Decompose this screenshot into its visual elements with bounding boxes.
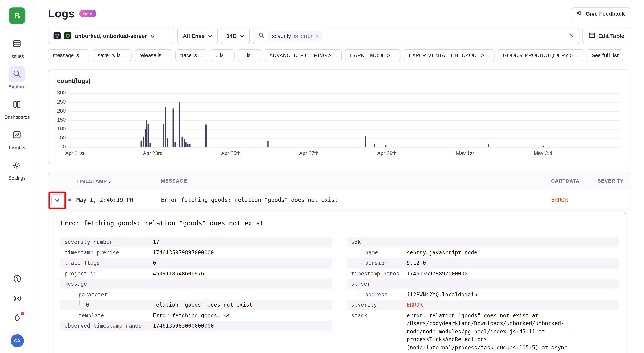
log-row[interactable]: May 1, 2:46:19 PM Error fetching goods: … xyxy=(48,190,630,210)
x-axis-tick: Apr 23rd xyxy=(143,150,163,156)
filter-chip[interactable]: trace is ... xyxy=(176,49,208,61)
detail-row: observed_timestamp_nanos1746135983000000… xyxy=(60,320,332,331)
sidebar-item-dashboards[interactable]: Dashboards xyxy=(4,96,30,120)
gridline xyxy=(68,111,620,112)
x-axis-tick: Apr 27th xyxy=(299,150,318,156)
chart-bar xyxy=(163,124,164,147)
detail-value: error: relation "goods" does not exist a… xyxy=(406,311,618,351)
app-window: B Issues Explore Dashboards xyxy=(0,0,644,353)
detail-key: server xyxy=(347,280,406,288)
tree-connector xyxy=(72,310,76,316)
token-value: error xyxy=(301,33,312,39)
filter-chip[interactable]: release is ... xyxy=(134,49,172,61)
log-detail-title: Error fetching goods: relation "goods" d… xyxy=(60,219,618,228)
detail-row: parameter xyxy=(60,289,332,300)
project-platform-icon-1 xyxy=(53,32,61,40)
filter-chip[interactable]: DARK__MODE > ... xyxy=(345,49,400,61)
broadcast-icon[interactable] xyxy=(12,293,22,304)
table-header-row: TIMESTAMP↓ MESSAGE CARTDATA SEVERITY xyxy=(48,172,630,190)
detail-right-column: sdknamesentry.javascript.nodeversion9.12… xyxy=(347,237,618,353)
column-header-severity[interactable]: SEVERITY xyxy=(597,178,622,184)
chart-bar xyxy=(267,141,269,147)
main-content: Logs beta Give Feedback unborked, unbork… xyxy=(34,0,644,353)
give-feedback-button[interactable]: Give Feedback xyxy=(571,7,630,20)
column-header-timestamp[interactable]: TIMESTAMP↓ xyxy=(76,178,160,184)
user-avatar[interactable]: CA xyxy=(10,334,24,347)
edit-table-button[interactable]: Edit Table xyxy=(582,28,630,44)
filter-chip[interactable]: message is ... xyxy=(48,49,90,61)
column-header-message[interactable]: MESSAGE xyxy=(160,178,550,184)
megaphone-icon xyxy=(576,10,583,17)
sidebar-item-label: Issues xyxy=(10,54,24,59)
detail-value: ERROR xyxy=(406,301,618,309)
tree-connector xyxy=(358,289,363,295)
chart-bar xyxy=(167,138,168,147)
detail-key: name xyxy=(347,248,406,257)
chart-bar xyxy=(150,143,151,147)
y-axis-tick: 0 xyxy=(49,144,66,150)
log-message: Error fetching goods: relation "goods" d… xyxy=(160,196,550,203)
token-key: severity xyxy=(272,33,291,39)
filter-chip[interactable]: ADVANCED_FILTERING > ... xyxy=(264,49,342,61)
environment-selector[interactable]: All Envs xyxy=(178,28,218,44)
filter-token[interactable]: severity is error × xyxy=(268,31,322,41)
gridline xyxy=(68,147,620,147)
org-logo[interactable]: B xyxy=(9,7,25,24)
annotation-highlight-box xyxy=(48,192,66,209)
x-axis-tick: May 3rd xyxy=(534,150,552,156)
detail-value: relation "goods" does not exist xyxy=(153,301,332,309)
detail-key: timestamp_precise xyxy=(60,248,152,257)
detail-row: timestamp_nanos1746135979897000000 xyxy=(347,268,618,279)
x-axis-tick: Apr 21st xyxy=(65,150,84,156)
search-icon xyxy=(258,32,264,40)
detail-row: trace_flags0 xyxy=(60,258,332,268)
filter-chip[interactable]: GOODS_PRODUCTQUERY > ... xyxy=(498,49,583,61)
detail-value: 9.12.0 xyxy=(406,259,618,267)
token-remove-icon[interactable]: × xyxy=(316,33,318,39)
detail-row: severity_number17 xyxy=(60,237,332,247)
detail-row: templateError fetching goods: %s xyxy=(60,310,332,321)
sidebar: B Issues Explore Dashboards xyxy=(0,0,34,353)
detail-value: 1746135979897000000 xyxy=(406,269,618,278)
date-range-label: 14D xyxy=(226,33,237,39)
clear-search-icon[interactable]: ✕ xyxy=(569,33,574,39)
column-header-cartdata[interactable]: CARTDATA xyxy=(550,178,597,184)
environment-selector-label: All Envs xyxy=(183,33,204,39)
filter-chip[interactable]: severity is ... xyxy=(93,49,131,61)
detail-key: address xyxy=(347,290,406,298)
sidebar-item-issues[interactable]: Issues xyxy=(9,35,25,59)
filter-chip[interactable]: EXPERIMENTAL_CHECKOUT > ... xyxy=(404,49,494,61)
help-icon[interactable] xyxy=(12,273,22,284)
filter-bar: unborked, unborked-server All Envs 14D s… xyxy=(48,28,630,44)
detail-key: template xyxy=(60,311,152,319)
filter-chip[interactable]: 0 is ... xyxy=(211,49,234,61)
chart-bar xyxy=(186,142,187,147)
date-range-selector[interactable]: 14D xyxy=(221,28,250,44)
chart-bar xyxy=(205,125,206,147)
search-input[interactable]: severity is error × ✕ xyxy=(253,28,579,44)
detail-value: 17 xyxy=(153,238,332,246)
sidebar-item-label: Settings xyxy=(8,176,26,180)
give-feedback-label: Give Feedback xyxy=(586,11,625,17)
whats-new-flame-icon[interactable] xyxy=(12,313,22,323)
issues-icon xyxy=(9,35,25,52)
chart-bar xyxy=(488,144,489,147)
expand-row-button[interactable] xyxy=(51,194,63,206)
log-timestamp: May 1, 2:46:19 PM xyxy=(76,196,160,203)
detail-value: 0 xyxy=(153,259,332,267)
filter-chip[interactable]: 1 is ... xyxy=(238,49,261,61)
detail-value: 1746135979897000000 xyxy=(153,248,332,257)
chart-bar xyxy=(165,107,166,147)
see-full-list-chip[interactable]: See full list xyxy=(587,49,624,61)
table-grid-icon xyxy=(589,32,596,40)
sidebar-item-insights[interactable]: Insights xyxy=(9,127,25,150)
detail-key: severity xyxy=(347,301,406,309)
detail-left-column: severity_number17timestamp_precise174613… xyxy=(60,237,332,331)
sidebar-item-explore[interactable]: Explore xyxy=(8,66,26,89)
project-selector[interactable]: unborked, unborked-server xyxy=(48,28,174,44)
detail-key: sdk xyxy=(347,238,406,246)
chart-bar xyxy=(148,124,149,147)
search-icon xyxy=(9,66,25,82)
detail-row: sdk xyxy=(347,237,618,247)
sidebar-item-settings[interactable]: Settings xyxy=(8,157,26,180)
